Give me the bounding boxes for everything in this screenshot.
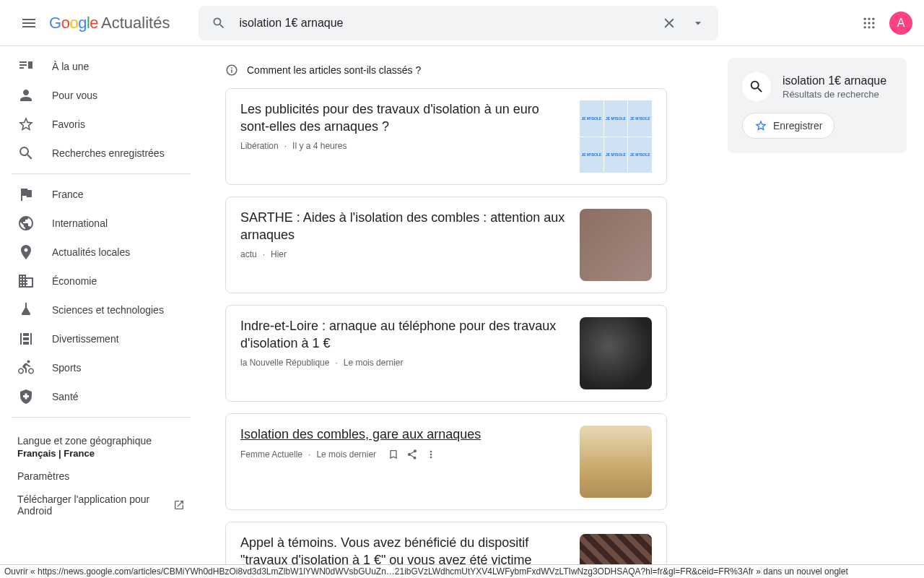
logo[interactable]: Google Actualités: [49, 14, 170, 33]
svg-point-6: [864, 26, 866, 28]
flask-icon: [17, 301, 35, 319]
health-icon: [17, 388, 35, 405]
article-source: actu: [240, 249, 257, 259]
movie-icon: [17, 330, 35, 348]
topic-card: isolation 1€ arnaque Résultats de recher…: [728, 58, 907, 153]
header: Google Actualités A: [0, 0, 924, 46]
person-icon: [17, 87, 35, 104]
search-icon: [749, 79, 764, 95]
article-source: Femme Actuelle: [240, 449, 302, 460]
bookmark-icon[interactable]: [388, 449, 399, 460]
sidebar-item-featured[interactable]: À la une: [0, 52, 191, 81]
open-external-icon: [173, 499, 185, 511]
sidebar-item-star[interactable]: Favoris: [0, 110, 191, 139]
account-avatar[interactable]: A: [889, 12, 912, 35]
svg-point-3: [864, 22, 866, 24]
sidebar-item-bike[interactable]: Sports: [0, 353, 191, 382]
article-title[interactable]: SARTHE : Aides à l'isolation des combles…: [240, 209, 565, 243]
more-vert-icon[interactable]: [425, 449, 437, 460]
svg-point-2: [872, 17, 874, 20]
sidebar-item-health[interactable]: Santé: [0, 382, 191, 411]
sidebar-item-pin[interactable]: Actualités locales: [0, 238, 191, 267]
search-bar: [199, 6, 718, 40]
search-options-button[interactable]: [684, 9, 712, 38]
search-button[interactable]: [204, 9, 233, 38]
article-thumbnail: JE M'ISOLEJE M'ISOLEJE M'ISOLEJE M'ISOLE…: [580, 100, 652, 173]
article-card[interactable]: Les publicités pour des travaux d'isolat…: [225, 88, 667, 185]
pin-icon: [17, 243, 35, 261]
search-input[interactable]: [233, 17, 655, 30]
sidebar-item-flag[interactable]: France: [0, 180, 191, 209]
article-time: Hier: [263, 249, 287, 259]
star-outline-icon: [754, 119, 767, 132]
featured-icon: [17, 58, 35, 75]
svg-point-8: [872, 26, 874, 28]
close-icon: [661, 15, 677, 31]
article-thumbnail: [580, 209, 652, 281]
article-meta: la Nouvelle République Le mois dernier: [240, 358, 565, 368]
svg-point-4: [868, 22, 870, 24]
sidebar-item-person[interactable]: Pour vous: [0, 81, 191, 110]
divider: [12, 173, 191, 174]
article-meta: actu Hier: [240, 249, 565, 259]
info-icon: [225, 64, 238, 77]
triangle-down-icon: [691, 16, 705, 30]
product-name: Actualités: [101, 14, 170, 33]
article-card[interactable]: SARTHE : Aides à l'isolation des combles…: [225, 197, 667, 293]
article-meta: Libération Il y a 4 heures: [240, 141, 565, 151]
article-time: Le mois dernier: [335, 358, 403, 368]
article-title[interactable]: Indre-et-Loire : arnaque au téléphone po…: [240, 317, 565, 352]
article-card[interactable]: Indre-et-Loire : arnaque au téléphone po…: [225, 305, 667, 402]
topic-search-icon: [742, 72, 771, 101]
article-title[interactable]: Isolation des combles, gare aux arnaques: [240, 426, 565, 443]
topic-subtitle: Résultats de recherche: [783, 89, 886, 100]
svg-point-1: [868, 17, 870, 20]
settings-link[interactable]: Paramètres: [17, 465, 185, 488]
globe-icon: [17, 215, 35, 232]
main-menu-button[interactable]: [12, 6, 46, 40]
clear-search-button[interactable]: [655, 9, 684, 38]
download-android-link[interactable]: Télécharger l'application pour Android: [17, 488, 185, 522]
article-thumbnail: [580, 317, 652, 389]
header-actions: A: [855, 9, 912, 38]
business-icon: [17, 272, 35, 290]
share-icon[interactable]: [406, 449, 418, 460]
sidebar-item-search[interactable]: Recherches enregistrées: [0, 139, 191, 168]
article-source: la Nouvelle République: [240, 358, 329, 368]
article-time: Il y a 4 heures: [284, 141, 347, 151]
sidebar: À la unePour vousFavorisRecherches enreg…: [0, 46, 202, 578]
sidebar-item-globe[interactable]: International: [0, 209, 191, 238]
article-meta: Femme Actuelle Le mois dernier: [240, 449, 565, 460]
language-region[interactable]: Langue et zone géographique Français | F…: [17, 432, 185, 465]
svg-point-0: [864, 17, 866, 20]
apps-grid-icon: [862, 16, 876, 30]
sidebar-item-flask[interactable]: Sciences et technologies: [0, 296, 191, 324]
topic-title: isolation 1€ arnaque: [783, 74, 886, 87]
save-topic-button[interactable]: Enregistrer: [742, 113, 834, 139]
divider: [12, 417, 191, 418]
right-panel: isolation 1€ arnaque Résultats de recher…: [710, 46, 924, 578]
star-icon: [17, 116, 35, 133]
google-apps-button[interactable]: [855, 9, 884, 38]
browser-status-bar: Ouvrir « https://news.google.com/article…: [0, 564, 924, 578]
article-card[interactable]: Isolation des combles, gare aux arnaques…: [225, 413, 667, 510]
sidebar-item-movie[interactable]: Divertissement: [0, 324, 191, 353]
article-title[interactable]: Les publicités pour des travaux d'isolat…: [240, 100, 565, 135]
google-logo: Google: [49, 14, 98, 33]
article-thumbnail: [580, 426, 652, 498]
ranking-info-link[interactable]: Comment les articles sont-ils classés ?: [225, 64, 687, 77]
bike-icon: [17, 359, 35, 376]
article-time: Le mois dernier: [308, 449, 376, 460]
search-icon: [17, 144, 35, 162]
flag-icon: [17, 186, 35, 203]
hamburger-icon: [20, 14, 38, 32]
svg-point-5: [872, 22, 874, 24]
svg-point-7: [868, 26, 870, 28]
main-content: Comment les articles sont-ils classés ? …: [202, 46, 710, 578]
sidebar-item-business[interactable]: Économie: [0, 267, 191, 296]
article-source: Libération: [240, 141, 279, 151]
search-icon: [212, 16, 226, 30]
